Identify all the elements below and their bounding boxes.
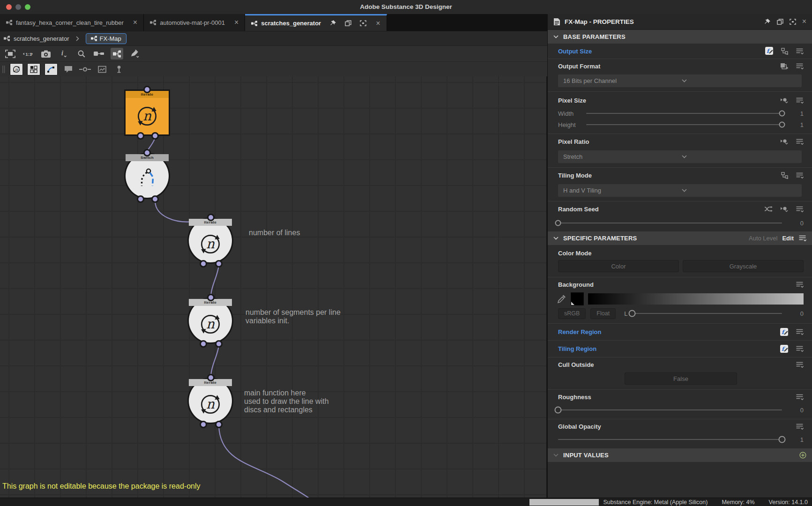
tab-scratches-generator[interactable]: scratches_generator × — [245, 14, 387, 31]
parameter-menu-icon[interactable] — [796, 206, 804, 213]
search-button[interactable] — [75, 48, 88, 60]
pixel-ratio-dropdown[interactable]: Stretch — [558, 150, 802, 163]
node-port[interactable] — [207, 374, 215, 381]
slider-handle[interactable] — [555, 220, 561, 226]
node-iterate-segments[interactable]: Iterate n — [187, 298, 233, 344]
roughness-slider[interactable] — [558, 409, 782, 410]
width-slider[interactable] — [586, 113, 782, 114]
parameter-menu-icon[interactable] — [796, 48, 804, 55]
parameter-menu-icon[interactable] — [796, 97, 804, 104]
section-specific-parameters[interactable]: SPECIFIC PARAMETERS Auto Level Edit — [548, 231, 812, 245]
slider-handle[interactable] — [629, 310, 636, 317]
float-window-icon[interactable] — [345, 20, 351, 26]
node-graph-canvas[interactable]: Iterate n Switch Iterate n Iterate n — [0, 76, 547, 498]
inheritance-icon[interactable] — [781, 172, 789, 179]
node-port[interactable] — [215, 421, 223, 428]
output-size-label[interactable]: Output Size — [558, 48, 758, 55]
slider-handle[interactable] — [779, 122, 785, 128]
color-mode-grayscale-button[interactable]: Grayscale — [683, 260, 804, 272]
output-format-dropdown[interactable]: 16 Bits per Channel — [558, 74, 802, 87]
render-region-label[interactable]: Render Region — [558, 328, 773, 335]
add-input-value-icon[interactable] — [799, 452, 806, 459]
clean-graph-broom-button[interactable] — [128, 48, 141, 60]
float-button[interactable]: Float — [590, 308, 616, 319]
close-icon[interactable]: × — [376, 20, 380, 27]
image-format-icon[interactable] — [780, 63, 789, 70]
node-port[interactable] — [215, 340, 223, 348]
global-opacity-slider[interactable] — [558, 439, 782, 440]
function-edit-icon[interactable]: f — [765, 46, 774, 56]
node-port[interactable] — [215, 260, 223, 268]
node-iterate-main[interactable]: Iterate n — [187, 378, 233, 424]
expand-icon[interactable] — [360, 20, 366, 26]
tiling-region-label[interactable]: Tiling Region — [558, 345, 773, 352]
quadrant-node-tool[interactable] — [27, 63, 40, 75]
parameter-menu-icon[interactable] — [796, 138, 804, 145]
function-edit-icon[interactable]: f — [780, 327, 789, 337]
slider-handle[interactable] — [779, 436, 786, 443]
breadcrumb-package[interactable]: scratches_generator — [14, 35, 69, 42]
srgb-button[interactable]: sRGB — [558, 308, 586, 319]
eyedropper-icon[interactable] — [557, 294, 566, 304]
expand-icon[interactable] — [790, 19, 796, 25]
tab-automotive-mat[interactable]: automotive-mat-pr-0001 × — [144, 14, 245, 31]
node-ref-icon[interactable] — [780, 97, 789, 104]
edit-button[interactable]: Edit — [782, 235, 794, 242]
pin-icon[interactable] — [764, 18, 771, 25]
parameter-menu-icon[interactable] — [796, 63, 804, 70]
frame-tool[interactable] — [96, 63, 108, 75]
toolbar-grip[interactable] — [2, 65, 6, 74]
zoom-1-1-button[interactable]: 1:1 — [22, 48, 34, 60]
node-switch[interactable]: Switch — [124, 153, 170, 199]
tab-fantasy-hexa[interactable]: fantasy_hexa_corner_clean_tire_rubber × — [0, 14, 144, 31]
graph-view-button[interactable] — [111, 48, 123, 60]
section-input-values[interactable]: INPUT VALUES — [548, 448, 812, 462]
node-port[interactable] — [207, 214, 215, 221]
node-port[interactable] — [200, 260, 207, 268]
height-slider[interactable] — [586, 124, 782, 125]
background-luminance-slider[interactable] — [632, 313, 782, 314]
parameter-menu-icon[interactable] — [796, 328, 804, 335]
node-port[interactable] — [143, 149, 151, 156]
tiling-mode-dropdown[interactable]: H and V Tiling — [558, 184, 802, 197]
node-port[interactable] — [137, 195, 144, 203]
fit-view-button[interactable] — [4, 48, 16, 60]
info-button[interactable]: i — [57, 48, 70, 60]
float-window-icon[interactable] — [777, 19, 783, 25]
shuffle-icon[interactable] — [764, 206, 773, 212]
node-port[interactable] — [151, 195, 159, 203]
random-seed-slider[interactable] — [558, 223, 782, 223]
parameter-menu-icon[interactable] — [798, 235, 806, 242]
node-port[interactable] — [200, 421, 207, 428]
backdrop-link-button[interactable] — [93, 48, 105, 60]
auto-level-button[interactable]: Auto Level — [749, 235, 777, 242]
cull-outside-toggle[interactable]: False — [625, 372, 737, 385]
inheritance-icon[interactable] — [781, 48, 789, 55]
close-icon[interactable]: × — [802, 18, 806, 25]
section-base-parameters[interactable]: BASE PARAMETERS — [548, 30, 812, 44]
parameter-menu-icon[interactable] — [796, 281, 804, 288]
screenshot-camera-button[interactable] — [39, 48, 52, 60]
background-gradient-bar[interactable] — [588, 293, 804, 305]
parameter-menu-icon[interactable] — [796, 345, 804, 352]
iterate-node-tool[interactable]: n — [10, 63, 23, 75]
background-color-swatch[interactable] — [571, 292, 584, 305]
parameter-menu-icon[interactable] — [796, 423, 804, 430]
node-ref-icon[interactable] — [780, 138, 789, 145]
close-icon[interactable]: × — [234, 19, 238, 26]
parameter-menu-icon[interactable] — [796, 394, 804, 401]
dot-node-tool[interactable] — [79, 63, 91, 75]
close-icon[interactable]: × — [133, 19, 137, 26]
function-edit-icon[interactable]: f — [780, 344, 789, 354]
node-port[interactable] — [151, 132, 159, 140]
parameter-menu-icon[interactable] — [796, 172, 804, 179]
pin-tool[interactable] — [112, 63, 125, 75]
breadcrumb-current-fx-map[interactable]: FX-Map — [86, 33, 127, 44]
curve-node-tool[interactable] — [45, 63, 58, 75]
pin-icon[interactable] — [329, 20, 336, 27]
comment-tool[interactable] — [62, 63, 74, 75]
parameter-menu-icon[interactable] — [796, 361, 804, 368]
node-port[interactable] — [143, 86, 151, 93]
slider-handle[interactable] — [779, 111, 785, 117]
node-iterate-lines[interactable]: Iterate n — [187, 217, 233, 264]
